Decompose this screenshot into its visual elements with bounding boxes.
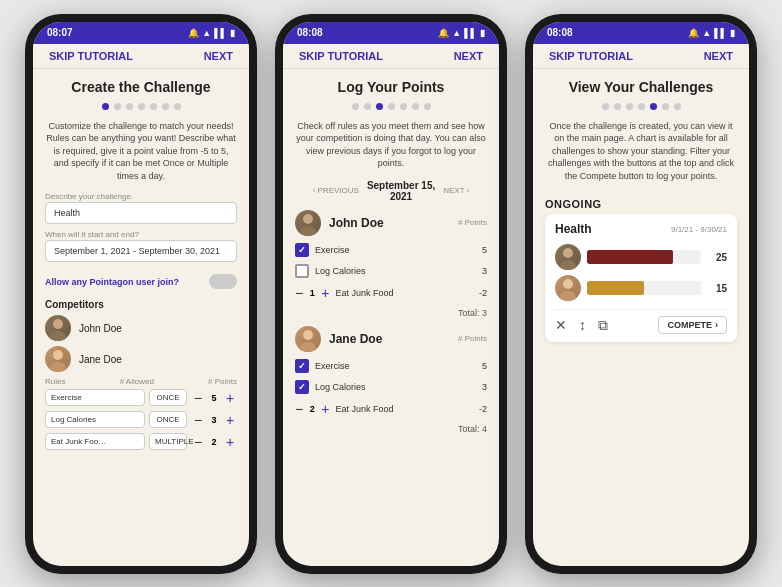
dots-row-2	[295, 103, 487, 110]
plus-exercise[interactable]: +	[223, 391, 237, 405]
rule-name-exercise[interactable]: Exercise	[45, 389, 145, 406]
rule-allowed-junk[interactable]: MULTIPLE	[149, 433, 187, 450]
rule-points-exercise: − 5 +	[191, 391, 237, 405]
jane-junk-plus[interactable]: +	[321, 401, 329, 417]
compete-btn-label: COMPETE	[667, 320, 712, 330]
checkbox-john-calories[interactable]	[295, 264, 309, 278]
toggle-row: Allow any Pointagon user join?	[45, 274, 237, 289]
challenge-card-name: Health	[555, 222, 592, 236]
jane-exercise-pts: 5	[467, 361, 487, 371]
status-icons-1: 🔔 ▲ ▌▌ ▮	[188, 28, 235, 38]
plus-junk[interactable]: +	[223, 435, 237, 449]
rule-allowed-exercise[interactable]: ONCE	[149, 389, 187, 406]
skip-tutorial-btn-2[interactable]: SKIP TUTORIAL	[299, 50, 383, 62]
compete-button[interactable]: COMPETE ›	[658, 316, 727, 334]
dates-input[interactable]: September 1, 2021 - September 30, 2021	[45, 240, 237, 262]
next-btn-1[interactable]: NEXT	[204, 50, 233, 62]
dot-3-1	[602, 103, 609, 110]
svg-point-4	[303, 214, 313, 224]
jane-rule-exercise: ✓ Exercise 5	[295, 356, 487, 377]
next-label[interactable]: NEXT ›	[443, 186, 469, 195]
john-junk-minus[interactable]: −	[295, 285, 303, 301]
date-line1: September 15,	[367, 180, 435, 191]
share-icon[interactable]: ↕	[579, 317, 586, 334]
avatar-jane-1	[45, 346, 71, 372]
points-value-exercise: 5	[208, 393, 220, 403]
plus-calories[interactable]: +	[223, 413, 237, 427]
phone-2: 08:08 🔔 ▲ ▌▌ ▮ SKIP TUTORIAL NEXT Log Yo…	[275, 14, 507, 574]
screen-content-1: Create the Challenge Customize the chall…	[33, 69, 249, 566]
battery-icon-2: ▮	[480, 28, 485, 38]
skip-tutorial-btn-1[interactable]: SKIP TUTORIAL	[49, 50, 133, 62]
date-display: September 15, 2021	[367, 180, 435, 202]
rule-name-junk[interactable]: Eat Junk Foo…	[45, 433, 145, 450]
next-btn-2[interactable]: NEXT	[454, 50, 483, 62]
john-rule-calories: Log Calories 3	[295, 261, 487, 282]
dot-2-6	[412, 103, 419, 110]
compete-chevron-icon: ›	[715, 320, 718, 330]
john-exercise-name: Exercise	[315, 245, 461, 255]
svg-point-1	[50, 331, 66, 341]
avatar-john	[45, 315, 71, 341]
score-row-female: 15	[555, 275, 727, 301]
status-bar-3: 08:08 🔔 ▲ ▌▌ ▮	[533, 22, 749, 44]
avatar-john-2	[295, 210, 321, 236]
competitors-label: Competitors	[45, 299, 237, 310]
jane-rule-junk: − 2 + Eat Junk Food -2	[295, 398, 487, 421]
rules-header: Rules # Allowed # Points	[45, 377, 237, 386]
toggle-switch[interactable]	[209, 274, 237, 289]
rule-row-1: Exercise ONCE − 5 +	[45, 389, 237, 406]
minus-exercise[interactable]: −	[191, 391, 205, 405]
john-rule-junk: − 1 + Eat Junk Food -2	[295, 282, 487, 305]
status-bar-2: 08:08 🔔 ▲ ▌▌ ▮	[283, 22, 499, 44]
rule-name-calories[interactable]: Log Calories	[45, 411, 145, 428]
bookmark-icon[interactable]: ⧉	[598, 317, 608, 334]
score-number-female: 15	[707, 283, 727, 294]
jane-total: Total: 4	[295, 421, 487, 434]
nav-bar-1: SKIP TUTORIAL NEXT	[33, 44, 249, 69]
john-calories-pts: 3	[467, 266, 487, 276]
dot-3-2	[614, 103, 621, 110]
checkbox-jane-exercise[interactable]: ✓	[295, 359, 309, 373]
minus-calories[interactable]: −	[191, 413, 205, 427]
skip-tutorial-btn-3[interactable]: SKIP TUTORIAL	[549, 50, 633, 62]
minus-junk[interactable]: −	[191, 435, 205, 449]
prev-label[interactable]: ‹ PREVIOUS	[313, 186, 359, 195]
score-row-male: 25	[555, 244, 727, 270]
jane-calories-pts: 3	[467, 382, 487, 392]
avatar-jane-3	[555, 275, 581, 301]
screen-title-3: View Your Challenges	[545, 79, 737, 95]
nav-bar-2: SKIP TUTORIAL NEXT	[283, 44, 499, 69]
john-points-header: # Points	[458, 218, 487, 227]
rules-points-header: # Points	[208, 377, 237, 386]
jane-junk-minus[interactable]: −	[295, 401, 303, 417]
score-bar-container-female	[587, 281, 701, 295]
svg-point-7	[300, 342, 316, 352]
checkbox-john-exercise[interactable]: ✓	[295, 243, 309, 257]
score-bar-female	[587, 281, 644, 295]
close-icon[interactable]: ✕	[555, 317, 567, 334]
dot-1-6	[162, 103, 169, 110]
date-nav: ‹ PREVIOUS September 15, 2021 NEXT ›	[295, 180, 487, 202]
dot-1-4	[138, 103, 145, 110]
rule-points-calories: − 3 +	[191, 413, 237, 427]
competitor-row-1: John Doe	[45, 315, 237, 341]
dot-3-6	[662, 103, 669, 110]
john-junk-plus[interactable]: +	[321, 285, 329, 301]
john-total: Total: 3	[295, 305, 487, 318]
checkbox-jane-calories[interactable]: ✓	[295, 380, 309, 394]
description-text-3: Once the challenge is created, you can v…	[545, 120, 737, 183]
challenge-input[interactable]: Health	[45, 202, 237, 224]
svg-point-5	[300, 226, 316, 236]
challenge-card: Health 9/1/21 - 9/30/21 25	[545, 214, 737, 342]
jane-exercise-name: Exercise	[315, 361, 461, 371]
next-btn-3[interactable]: NEXT	[704, 50, 733, 62]
dot-2-2	[364, 103, 371, 110]
wifi-icon-2: ▲	[452, 28, 461, 38]
dot-1-5	[150, 103, 157, 110]
challenge-label: Describe your challenge.	[45, 192, 237, 201]
svg-point-11	[560, 291, 576, 301]
status-icons-3: 🔔 ▲ ▌▌ ▮	[688, 28, 735, 38]
avatar-john-3	[555, 244, 581, 270]
rule-allowed-calories[interactable]: ONCE	[149, 411, 187, 428]
